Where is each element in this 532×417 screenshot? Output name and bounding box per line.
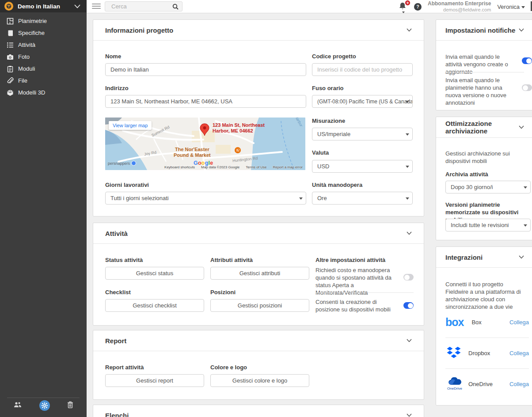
map-report-error-link[interactable]: Report a map error [273,165,303,169]
timezone-select[interactable]: (GMT-08:00) Pacific Time (US & Canada) [312,95,413,108]
report-panel-header[interactable]: Report [93,330,424,351]
project-info-header[interactable]: Informazioni progetto [93,20,424,41]
require-cost-toggle[interactable] [403,274,414,281]
storage-description: Gestisci archiviazione sui dispositivi m… [445,150,525,165]
sidebar-item-planimetrie[interactable]: Planimetrie [0,15,87,27]
sidebar-item-foto[interactable]: Foto [0,51,87,63]
integrations-description: Connetti il tuo progetto Fieldwire a una… [445,281,527,311]
storage-panel-header[interactable]: Ottimizzazione archiviazione [436,117,532,138]
name-field[interactable] [105,63,306,76]
integrations-panel-header[interactable]: Integrazioni [436,247,532,268]
manage-status-button[interactable]: Gestisci status [105,267,204,280]
gear-icon [42,402,48,409]
connect-dropbox-link[interactable]: Collega [509,350,529,356]
storage-optimization-panel: Ottimizzazione archiviazione Gestisci ar… [436,117,532,240]
panel-title: Integrazioni [445,254,483,261]
manage-attributes-button[interactable]: Gestisci attributi [210,267,309,280]
sidebar-item-file[interactable]: File [0,75,87,87]
project-code-label: Codice progetto [312,53,356,60]
panel-title: Attività [105,230,128,237]
divider [7,398,80,398]
google-map[interactable]: Summit Rd Joy Rd Huntington Rd Northeast… [105,118,305,170]
chevron-down-icon [519,28,524,32]
sidebar-item-modelli-3d[interactable]: Modelli 3D [0,87,87,99]
question-mark-icon: ? [416,4,419,9]
notifications-button[interactable]: 9 [398,1,410,12]
paperclip-icon [7,77,14,84]
require-cost-toggle-label: Richiedi costo e manodopera quando si sp… [315,266,400,296]
view-larger-map-link[interactable]: View larger map [109,121,152,130]
measurement-select[interactable]: US/Imperiale [312,128,413,140]
labor-units-label: Unità manodopera [312,182,362,188]
chevron-down-icon [519,255,524,259]
clipboard-icon [7,65,14,72]
spec-book-icon [7,30,14,37]
workdays-select[interactable]: Tutti i giorni selezionati [105,192,306,205]
subscription-plan: Abbonamento Enterprise [428,1,491,7]
labor-units-select[interactable]: Ore [312,192,413,205]
email-plans-toggle[interactable] [522,84,532,91]
archive-tasks-select[interactable]: Dopo 30 giorno/i [445,181,531,193]
search-icon[interactable] [172,4,179,11]
address-label: Indirizzo [105,85,129,91]
divider [445,368,529,369]
project-switcher[interactable]: Demo in Italian [0,0,87,12]
email-plans-toggle-label: Invia email quando le planimetrie hanno … [445,76,519,106]
caret-down-icon [521,6,525,8]
map-terms-link[interactable]: Terms of Use [246,165,266,169]
map-keyboard-shortcuts[interactable]: Keyboard shortcuts [164,165,195,169]
chevron-down-icon [74,2,80,10]
connect-onedrive-link[interactable]: Collega [509,381,529,387]
camera-icon [7,53,14,61]
map-poi-label[interactable]: The Nor'Easter Pound & Market [174,147,211,158]
map-pin-label: 123 Main St, Northeast Harbor, ME 04662 [213,122,265,134]
workdays-label: Giorni lavorativi [105,182,149,188]
divider [445,337,529,338]
report-panel: Report Report attività Gestisci report C… [93,330,424,400]
sidebar-item-specifiche[interactable]: Specifiche [0,27,87,39]
panel-title: Ottimizzazione archiviazione [445,120,519,135]
sidebar-item-attivita[interactable]: Attività [0,39,87,51]
search-input[interactable] [105,2,182,11]
email-tasks-toggle[interactable] [522,57,532,64]
notification-settings-header[interactable]: Impostazioni notifiche [436,20,532,41]
task-status-label: Status attività [105,257,143,263]
manage-locations-button[interactable]: Gestisci posizioni [210,299,309,312]
locations-label: Posizioni [210,289,236,296]
name-label: Nome [105,53,121,60]
people-icon[interactable] [13,402,22,409]
lists-panel-header[interactable]: Elenchi [93,405,424,417]
project-code-field[interactable] [312,63,413,76]
connect-box-link[interactable]: Collega [509,319,529,326]
checklist-label: Checklist [105,289,131,296]
color-logo-label: Colore e logo [210,364,247,371]
integrations-panel: Integrazioni Connetti il tuo progetto Fi… [436,246,532,406]
currency-label: Valuta [312,149,329,156]
help-button[interactable]: ? [414,3,422,11]
caret-down-icon [406,133,409,136]
hamburger-menu-icon[interactable] [92,4,101,10]
sidebar-item-moduli[interactable]: Moduli [0,63,87,75]
floorplan-icon [7,18,14,25]
settings-gear-button[interactable] [39,400,50,411]
integration-row-dropbox: Dropbox Collega [445,341,529,365]
currency-select[interactable]: USD [312,160,413,173]
divider [315,292,414,293]
panel-title: Informazioni progetto [105,27,173,34]
trash-icon[interactable] [67,401,73,410]
tasks-panel-header[interactable]: Attività [93,223,424,244]
caret-down-icon [524,224,527,227]
manage-report-button[interactable]: Gestisci report [105,374,204,387]
manage-checklist-button[interactable]: Gestisci checklist [105,299,204,312]
dropbox-logo-icon [445,346,462,360]
address-field[interactable] [105,95,306,108]
archive-tasks-label: Archivia attività [445,171,488,178]
topbar: 9 ? Abbonamento Enterprise demos@fieldwi… [87,0,532,13]
plan-versions-select[interactable]: Includi tutte le revisioni [445,219,531,231]
manage-color-logo-button[interactable]: Gestisci colore e logo [210,374,309,387]
user-menu[interactable]: Veronica [497,4,525,10]
location-creation-toggle[interactable] [403,302,414,309]
integration-row-box: box Box Collega [445,310,529,334]
task-list-icon [7,42,14,49]
divider [445,72,524,72]
